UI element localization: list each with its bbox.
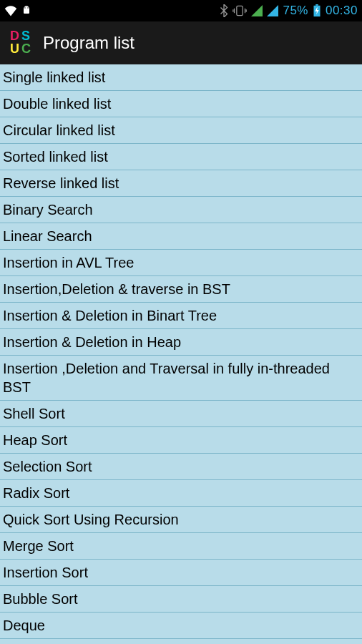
list-item[interactable]: Insertion Sort xyxy=(0,560,362,586)
status-bar: 75% 00:30 xyxy=(0,0,362,21)
app-title: Program list xyxy=(43,33,134,53)
list-item[interactable]: Single linked list xyxy=(0,64,362,91)
status-left xyxy=(4,5,33,16)
list-item[interactable]: Merge Sort xyxy=(0,533,362,560)
list-item[interactable]: Circular Queue xyxy=(0,639,362,644)
list-item[interactable]: Insertion & Deletion in Heap xyxy=(0,329,362,356)
program-list[interactable]: Single linked listDouble linked listCirc… xyxy=(0,64,362,644)
battery-percent: 75% xyxy=(283,4,308,18)
list-item[interactable]: Selection Sort xyxy=(0,454,362,480)
battery-charging-icon xyxy=(313,4,321,17)
list-item[interactable]: Insertion ,Deletion and Traversal in ful… xyxy=(0,356,362,401)
list-item[interactable]: Deque xyxy=(0,613,362,639)
list-item[interactable]: Shell Sort xyxy=(0,401,362,427)
list-item[interactable]: Double linked list xyxy=(0,91,362,117)
vibrate-icon xyxy=(233,4,247,17)
svg-rect-2 xyxy=(237,6,243,15)
list-item[interactable]: Heap Sort xyxy=(0,427,362,454)
clock-time: 00:30 xyxy=(326,4,358,18)
list-item[interactable]: Linear Search xyxy=(0,223,362,250)
list-item[interactable]: Sorted linked list xyxy=(0,144,362,170)
list-item[interactable]: Reverse linked list xyxy=(0,170,362,197)
signal-icon-1 xyxy=(251,5,263,16)
list-item[interactable]: Quick Sort Using Recursion xyxy=(0,507,362,533)
svg-rect-4 xyxy=(315,4,318,6)
signal-icon-2 xyxy=(267,5,278,16)
list-item[interactable]: Radix Sort xyxy=(0,480,362,507)
android-debug-icon xyxy=(20,5,33,16)
list-item[interactable]: Insertion,Deletion & traverse in BST xyxy=(0,276,362,303)
bluetooth-icon xyxy=(220,4,228,17)
list-item[interactable]: Bubble Sort xyxy=(0,586,362,613)
app-bar: D S U C Program list xyxy=(0,21,362,64)
list-item[interactable]: Circular linked list xyxy=(0,117,362,144)
list-item[interactable]: Binary Search xyxy=(0,197,362,223)
status-right: 75% 00:30 xyxy=(220,4,358,18)
list-item[interactable]: Insertion in AVL Tree xyxy=(0,250,362,276)
svg-point-0 xyxy=(24,7,25,8)
app-icon[interactable]: D S U C xyxy=(7,29,34,57)
wifi-icon xyxy=(4,5,17,16)
svg-point-1 xyxy=(27,7,28,8)
list-item[interactable]: Insertion & Deletion in Binart Tree xyxy=(0,303,362,329)
